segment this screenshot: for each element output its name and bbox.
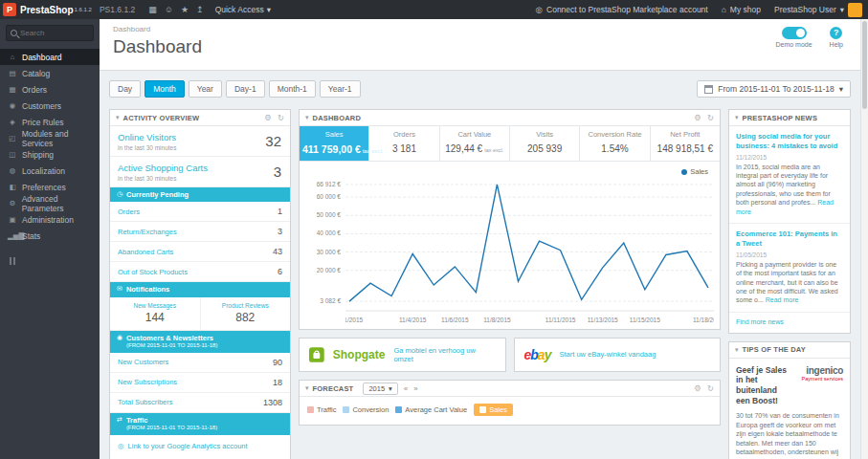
kpi-visits[interactable]: Visits 205 939 xyxy=(510,126,580,161)
online-visitors-value: 32 xyxy=(265,133,281,149)
dashboard-column: ▾ DASHBOARD ⚙ ↻ Sales 411 759,00 €tax ex… xyxy=(299,109,721,433)
shopgate-link[interactable]: Ga mobiel en verhoog uw omzet xyxy=(393,346,495,364)
kpi-net-profit[interactable]: Net Profit 148 918,51 € xyxy=(651,126,720,161)
forecast-legend-average-cart-value[interactable]: Average Cart Value xyxy=(395,405,467,414)
news-article-body: Picking a payment provider is one of the… xyxy=(736,260,843,305)
dashboard-panel-header: ▾ DASHBOARD ⚙ ↻ xyxy=(300,110,720,126)
shop-name: PS1.6.1.2 xyxy=(100,5,135,14)
google-analytics-link[interactable]: ◎ Link to your Google Analytics account xyxy=(110,435,290,459)
ebay-link[interactable]: Start uw eBay-winkel vandaag xyxy=(559,350,656,359)
customers-row-total-subscribers: Total Subscribers 1308 xyxy=(110,393,290,413)
read-more-link[interactable]: Read more xyxy=(766,296,799,303)
tab-month-1[interactable]: Month-1 xyxy=(269,80,316,98)
refresh-icon[interactable]: ↻ xyxy=(278,113,284,122)
gear-icon[interactable]: ⚙ xyxy=(694,113,701,122)
user-menu[interactable]: PrestaShop User ▾ xyxy=(774,3,862,17)
vertical-scrollbar[interactable] xyxy=(860,19,868,459)
sidebar-item-localization[interactable]: ◍Localization xyxy=(0,163,100,179)
x-axis-tick: 11/6/2015 xyxy=(441,317,468,323)
forecast-legend-traffic[interactable]: Traffic xyxy=(307,405,336,414)
find-more-news-link[interactable]: Find more news xyxy=(729,313,850,333)
y-axis-tick: 50 000 € xyxy=(317,211,341,218)
sidebar-item-orders[interactable]: ▦Orders xyxy=(0,81,100,98)
sidebar-collapse-button[interactable] xyxy=(10,257,100,265)
period-toolbar: Day Month Year Day-1 Month-1 Year-1 From… xyxy=(100,71,860,109)
y-axis-tick: 66 912 € xyxy=(317,181,341,187)
kpi-sales[interactable]: Sales 411 759,00 €tax excl. xyxy=(300,126,369,161)
search-icon xyxy=(11,30,17,36)
sidebar-item-stats[interactable]: ▂▅▇Stats xyxy=(0,228,100,244)
product-reviews-cell[interactable]: Product Reviews 882 xyxy=(200,297,291,330)
kpi-orders[interactable]: Orders 3 181 xyxy=(369,126,439,161)
modules-icon: ◰ xyxy=(8,134,17,142)
catalog-icon: ▤ xyxy=(8,69,17,77)
upload-icon[interactable]: ↥ xyxy=(196,5,204,14)
sidebar-item-dashboard[interactable]: ⌂Dashboard xyxy=(0,49,100,65)
price-rules-icon: ◈ xyxy=(8,118,17,126)
news-article-title[interactable]: Using social media for your business: 4 … xyxy=(736,132,843,151)
gear-icon[interactable]: ⚙ xyxy=(694,383,701,393)
forecast-year-select[interactable]: 2015 ▾ xyxy=(363,382,397,395)
sidebar-item-catalog[interactable]: ▤Catalog xyxy=(0,65,100,81)
link-icon: ◎ xyxy=(536,5,543,14)
gear-icon[interactable]: ⚙ xyxy=(264,113,272,122)
scrollbar-thumb[interactable] xyxy=(862,21,867,109)
sidebar-item-administration[interactable]: ▣Administration xyxy=(0,211,100,228)
prestashop-logo[interactable]: P PrestaShop 1.6.1.2 xyxy=(3,3,92,16)
collapse-panel-icon[interactable]: ▾ xyxy=(305,384,309,392)
y-axis-tick: 40 000 € xyxy=(317,230,341,236)
customers-row-new-customers: New Customers 90 xyxy=(110,353,290,373)
prestashop-news-panel: ▾ PRESTASHOP NEWS Using social media for… xyxy=(728,109,851,334)
sidebar-item-shipping[interactable]: ◫Shipping xyxy=(0,146,100,163)
collapse-panel-icon[interactable]: ▾ xyxy=(305,114,309,121)
kpi-cart-value[interactable]: Cart Value 129,44 €tax excl. xyxy=(440,126,510,161)
sidebar-item-preferences[interactable]: ◧Preferences xyxy=(0,179,100,195)
tab-year[interactable]: Year xyxy=(189,80,222,98)
forecast-legend-sales[interactable]: Sales xyxy=(474,404,513,416)
swatch-icon xyxy=(395,406,402,413)
cart-icon[interactable]: ▦ xyxy=(148,5,157,14)
x-axis-tick: 11/11/2015 xyxy=(545,317,576,323)
news-article-title[interactable]: Ecommerce 101: Payments in a Tweet xyxy=(736,230,843,249)
help-button[interactable]: ? Help xyxy=(830,27,843,48)
my-shop-link[interactable]: ⌂ My shop xyxy=(722,5,761,14)
news-article-date: 11/05/2015 xyxy=(736,251,843,258)
envelope-icon: ✉ xyxy=(117,285,122,294)
quick-access-menu[interactable]: Quick Access ▾ xyxy=(215,5,271,14)
star-icon[interactable]: ★ xyxy=(181,5,189,14)
shopgate-icon xyxy=(309,347,324,362)
pager-next-button[interactable]: » xyxy=(413,384,417,393)
advanced-parameters-icon: ⚙ xyxy=(8,199,17,208)
chart-x-axis: 11/1/201511/4/201511/6/201511/8/201511/1… xyxy=(345,315,714,327)
refresh-icon[interactable]: ↻ xyxy=(707,113,714,122)
collapse-panel-icon[interactable]: ▾ xyxy=(735,114,739,121)
online-visitors-metric: Online Visitors in the last 30 minutes 3… xyxy=(110,126,290,157)
kpi-conversion-rate[interactable]: Conversion Rate 1.54% xyxy=(580,126,650,161)
chart-y-axis: 66 912 €60 000 €50 000 €40 000 €30 000 €… xyxy=(301,171,345,315)
pending-row-out-of-stock: Out of Stock Products 6 xyxy=(110,262,290,282)
tab-day-1[interactable]: Day-1 xyxy=(226,80,265,98)
preferences-icon: ◧ xyxy=(8,183,17,191)
sidebar-item-customers[interactable]: ◉Customers xyxy=(0,98,100,114)
dashboard-panel: ▾ DASHBOARD ⚙ ↻ Sales 411 759,00 €tax ex… xyxy=(299,109,721,330)
user-icon[interactable]: ☺ xyxy=(165,5,173,14)
sidebar-item-price-rules[interactable]: ◈Price Rules xyxy=(0,114,100,130)
marketplace-connect-link[interactable]: ◎ Connect to PrestaShop Marketplace acco… xyxy=(536,5,708,14)
x-axis-tick: 11/8/2015 xyxy=(483,317,510,323)
new-messages-cell[interactable]: New Messages 144 xyxy=(110,297,200,330)
date-range-picker[interactable]: From 2015-11-01 To 2015-11-18 ▾ xyxy=(697,80,851,98)
tab-month[interactable]: Month xyxy=(145,80,185,98)
collapse-panel-icon[interactable]: ▾ xyxy=(116,114,120,121)
sidebar-item-advanced-parameters[interactable]: ⚙Advanced Parameters xyxy=(0,195,100,211)
search-input[interactable] xyxy=(20,29,89,37)
collapse-panel-icon[interactable]: ▾ xyxy=(735,346,739,354)
page-title: Dashboard xyxy=(113,36,847,57)
tab-day[interactable]: Day xyxy=(109,80,141,98)
x-axis-tick: 11/1/2015 xyxy=(345,317,363,323)
sidebar-item-modules[interactable]: ◰Modules and Services xyxy=(0,130,100,146)
forecast-legend-conversion[interactable]: Conversion xyxy=(343,405,389,414)
pager-prev-button[interactable]: « xyxy=(404,384,408,393)
refresh-icon[interactable]: ↻ xyxy=(707,383,714,393)
tab-year-1[interactable]: Year-1 xyxy=(320,80,361,98)
demo-mode-toggle[interactable]: Demo mode xyxy=(775,27,812,48)
